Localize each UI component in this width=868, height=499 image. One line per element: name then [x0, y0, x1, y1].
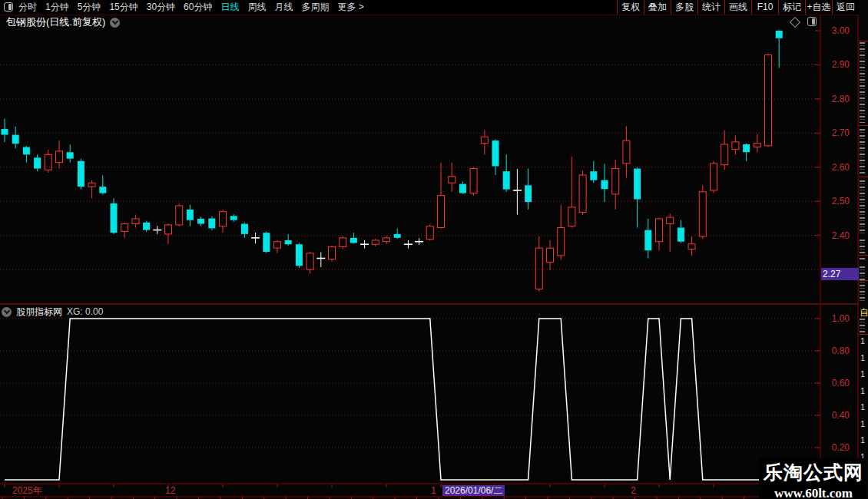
period-tab-15分钟[interactable]: 15分钟 — [109, 0, 137, 15]
candle-down — [459, 184, 466, 193]
candle-up — [132, 219, 139, 224]
price-low-tag: 2.27 — [821, 268, 859, 280]
candle-up — [45, 154, 51, 170]
candle-up — [732, 142, 739, 150]
candlestick-chart — [0, 0, 868, 499]
candle-down — [208, 218, 215, 228]
candle-up — [623, 140, 630, 164]
date-axis-label: 1 — [431, 485, 436, 496]
indicator-axis-label: 1.00 — [820, 313, 850, 324]
period-tab-1分钟[interactable]: 1分钟 — [45, 0, 69, 15]
side-strip-label[interactable]: 自 — [860, 306, 868, 319]
candle-up — [220, 212, 227, 226]
clipped-glyphs — [860, 42, 865, 123]
indicator-axis-label: 0.20 — [820, 442, 850, 453]
candle-down — [143, 223, 150, 230]
period-tab-5分钟[interactable]: 5分钟 — [78, 0, 101, 15]
candle-up — [612, 169, 619, 194]
candle-up — [579, 175, 586, 212]
candle-down — [590, 171, 597, 180]
candle-down — [230, 216, 237, 220]
clipped-glyphs — [860, 266, 865, 302]
candle-down — [78, 161, 84, 187]
period-tab-月线[interactable]: 月线 — [274, 0, 293, 15]
candle-down — [492, 140, 499, 166]
app-window: 分时1分钟5分钟15分钟30分钟60分钟日线周线月线多周期更多 > 复权叠加多股… — [0, 0, 868, 499]
period-tab-30分钟[interactable]: 30分钟 — [147, 0, 175, 15]
candle-up — [667, 217, 674, 223]
candle-down — [743, 144, 750, 152]
indicator-axis-label: 0.40 — [820, 410, 850, 421]
candle-down — [634, 169, 641, 200]
toolbar-action-多股[interactable]: 多股 — [671, 0, 697, 15]
period-tab-60分钟[interactable]: 60分钟 — [184, 0, 212, 15]
candle-up — [568, 207, 575, 226]
candle-down — [2, 129, 8, 135]
indicator-axis-label: 0.80 — [820, 345, 850, 356]
candle-up — [449, 177, 456, 183]
stock-title-text: 包钢股份(日线.前复权) — [6, 15, 105, 29]
toolbar-action-复权[interactable]: 复权 — [617, 0, 644, 15]
toolbar-action-返回[interactable]: 返回 — [832, 0, 859, 15]
toolbar-action-画线[interactable]: 画线 — [724, 0, 751, 15]
chevron-down-circle-icon[interactable] — [2, 307, 12, 317]
watermark: 乐淘公式网 www.60lt.com — [759, 458, 866, 499]
window-layout-icon[interactable] — [4, 2, 13, 12]
candle-up — [721, 144, 728, 165]
date-axis-label: 2 — [631, 485, 636, 496]
candle-down — [678, 227, 684, 241]
watermark-url: www.60lt.com — [764, 486, 863, 499]
candle-up — [274, 242, 281, 248]
candle-up — [340, 238, 346, 247]
candle-up — [547, 248, 554, 262]
toolbar-action-标记[interactable]: 标记 — [778, 0, 805, 15]
strip-number: 1 — [860, 369, 865, 378]
candle-down — [350, 238, 357, 243]
split-panel-icon[interactable] — [807, 17, 817, 26]
toolbar-action-叠加[interactable]: 叠加 — [644, 0, 671, 15]
period-tab-日线[interactable]: 日线 — [220, 0, 239, 15]
candle-down — [34, 157, 41, 168]
strip-number: 1 — [860, 353, 865, 362]
clipped-glyphs — [860, 319, 865, 332]
clipped-glyphs — [860, 129, 865, 175]
xg-signal-line — [5, 319, 779, 480]
candle-down — [23, 147, 30, 155]
indicator-header: 股朋指标网 XG: 0.00 — [2, 306, 103, 318]
period-tabs: 分时1分钟5分钟15分钟30分钟60分钟日线周线月线多周期更多 > — [18, 0, 364, 15]
candle-down — [394, 234, 401, 238]
strip-number: 1 — [860, 402, 865, 411]
price-axis-label: 2.80 — [820, 94, 850, 104]
candle-down — [241, 224, 248, 234]
price-axis-label: 3.00 — [820, 25, 850, 36]
toolbar-action-统计[interactable]: 统计 — [697, 0, 724, 15]
diamond-icon[interactable] — [790, 17, 800, 28]
candle-up — [426, 226, 433, 240]
indicator-name: 股朋指标网 — [16, 306, 62, 319]
strip-separator — [859, 125, 868, 126]
candle-up — [470, 169, 477, 193]
period-tab-周线[interactable]: 周线 — [247, 0, 266, 15]
candle-up — [754, 144, 760, 147]
toolbar-action-F10[interactable]: F10 — [751, 0, 778, 15]
period-tab-多周期[interactable]: 多周期 — [301, 0, 329, 15]
price-axis-label: 2.50 — [820, 196, 850, 207]
right-side-strip[interactable]: 自 111111111 — [859, 0, 868, 499]
candle-up — [329, 246, 336, 259]
candle-up — [765, 55, 772, 146]
candle-up — [699, 192, 706, 236]
toolbar-action-+自选[interactable]: +自选 — [805, 0, 832, 15]
candle-up — [656, 219, 663, 242]
candle-up — [438, 196, 445, 228]
period-tab-分时[interactable]: 分时 — [18, 0, 37, 15]
candle-down — [776, 31, 783, 38]
price-axis-label: 2.40 — [820, 230, 850, 241]
candle-down — [644, 230, 651, 251]
chevron-down-circle-icon[interactable] — [110, 18, 120, 28]
strip-separator — [859, 280, 868, 281]
candle-down — [601, 180, 608, 190]
clipped-glyphs — [860, 180, 865, 234]
price-axis-label: 2.90 — [820, 59, 850, 70]
candle-down — [285, 240, 292, 244]
period-tab-更多[interactable]: 更多 > — [337, 0, 363, 15]
